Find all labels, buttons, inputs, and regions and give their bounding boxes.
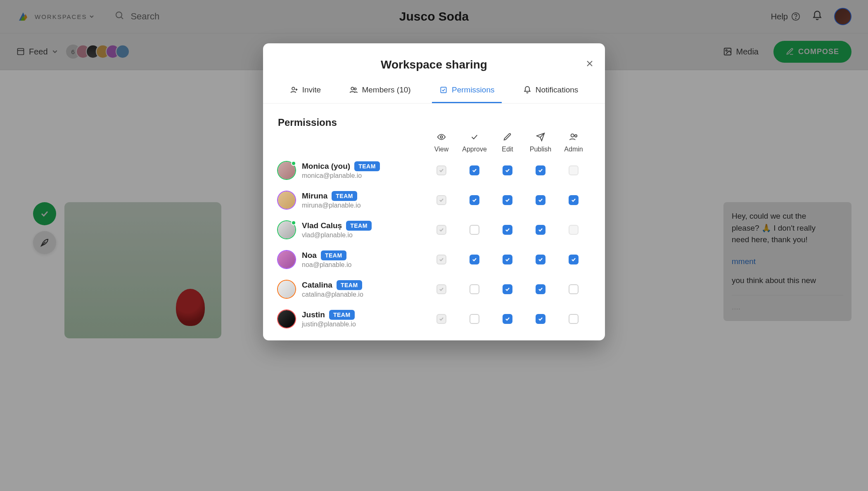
member-avatar[interactable] (278, 310, 295, 328)
member-row: Catalina TEAM catalina@planable.io (263, 274, 605, 304)
member-row: Vlad Caluș TEAM vlad@planable.io (263, 215, 605, 245)
member-row: Miruna TEAM miruna@planable.io (263, 185, 605, 215)
member-info: Monica (you) TEAM monica@planable.io (278, 161, 425, 179)
online-indicator (291, 161, 296, 166)
member-email: catalina@planable.io (302, 291, 363, 298)
notifications-icon (523, 86, 531, 94)
section-title: Permissions (263, 104, 605, 132)
member-name: Justin (302, 310, 325, 319)
permission-checkbox[interactable] (536, 165, 545, 175)
permission-checkbox[interactable] (536, 314, 545, 324)
permission-checkbox[interactable] (503, 255, 512, 264)
member-name: Miruna (302, 191, 327, 201)
workspace-sharing-modal: Workspace sharing Invite Members (10) (263, 43, 605, 340)
permission-checkbox (436, 255, 446, 264)
permission-checkbox[interactable] (569, 284, 579, 294)
permission-checkbox[interactable] (569, 195, 579, 205)
member-info: Justin TEAM justin@planable.io (278, 310, 425, 328)
tab-notifications[interactable]: Notifications (516, 80, 586, 103)
permission-checkbox[interactable] (503, 284, 512, 294)
permission-checkbox[interactable] (470, 314, 479, 324)
member-name: Vlad Caluș (302, 221, 342, 230)
permission-checkbox[interactable] (503, 225, 512, 235)
member-row: Noa TEAM noa@planable.io (263, 245, 605, 274)
svg-point-16 (351, 87, 354, 90)
close-icon (586, 60, 593, 67)
team-badge: TEAM (354, 161, 380, 171)
permission-checkbox[interactable] (569, 314, 579, 324)
col-approve: Approve (458, 132, 491, 153)
member-email: noa@planable.io (302, 261, 351, 269)
team-badge: TEAM (346, 221, 372, 231)
eye-icon (437, 132, 446, 143)
permission-checkbox[interactable] (536, 284, 545, 294)
svg-point-21 (575, 135, 577, 137)
tab-members-label: Members (10) (362, 85, 410, 94)
permission-checkbox[interactable] (470, 195, 479, 205)
admin-icon (569, 132, 578, 143)
modal-header: Workspace sharing (263, 43, 605, 80)
team-badge: TEAM (337, 280, 362, 290)
member-name: Catalina (302, 281, 332, 290)
check-icon (470, 132, 479, 143)
tab-invite-label: Invite (302, 85, 321, 94)
permission-checkbox[interactable] (536, 255, 545, 264)
online-indicator (291, 220, 296, 225)
permission-checkbox (569, 225, 579, 235)
svg-point-15 (292, 87, 295, 90)
svg-rect-18 (441, 87, 446, 92)
permission-checkbox[interactable] (503, 195, 512, 205)
tab-permissions[interactable]: Permissions (432, 80, 502, 103)
permission-checkbox (436, 165, 446, 175)
modal-title: Workspace sharing (275, 58, 593, 71)
team-badge: TEAM (332, 191, 357, 201)
member-name: Monica (you) (302, 162, 350, 171)
member-avatar[interactable] (278, 281, 295, 298)
member-row: Justin TEAM justin@planable.io (263, 304, 605, 334)
col-edit: Edit (491, 132, 524, 153)
svg-point-17 (354, 88, 356, 90)
permission-checkbox[interactable] (536, 195, 545, 205)
col-view: View (425, 132, 458, 153)
permission-checkbox[interactable] (503, 165, 512, 175)
member-avatar[interactable] (278, 162, 295, 179)
permissions-header: View Approve Edit Publish Admin (263, 132, 605, 156)
permission-checkbox[interactable] (470, 165, 479, 175)
permission-checkbox[interactable] (569, 255, 579, 264)
member-email: monica@planable.io (302, 172, 380, 179)
team-badge: TEAM (321, 250, 346, 260)
permission-checkbox (436, 225, 446, 235)
member-email: miruna@planable.io (302, 202, 361, 209)
member-avatar[interactable] (278, 221, 295, 238)
member-info: Noa TEAM noa@planable.io (278, 250, 425, 269)
permission-checkbox[interactable] (470, 255, 479, 264)
permissions-icon (439, 86, 448, 94)
permission-checkbox[interactable] (536, 225, 545, 235)
tab-invite[interactable]: Invite (282, 80, 328, 103)
member-email: justin@planable.io (302, 321, 356, 328)
permission-checkbox[interactable] (503, 314, 512, 324)
permission-checkbox (569, 165, 579, 175)
tab-permissions-label: Permissions (452, 85, 494, 94)
member-row: Monica (you) TEAM monica@planable.io (263, 156, 605, 185)
tab-members[interactable]: Members (10) (342, 80, 418, 103)
member-info: Miruna TEAM miruna@planable.io (278, 191, 425, 209)
team-badge: TEAM (329, 310, 355, 320)
permission-checkbox[interactable] (470, 284, 479, 294)
member-info: Vlad Caluș TEAM vlad@planable.io (278, 221, 425, 239)
svg-point-19 (440, 136, 443, 138)
permission-checkbox (436, 195, 446, 205)
member-email: vlad@planable.io (302, 231, 372, 239)
col-publish: Publish (524, 132, 557, 153)
member-avatar[interactable] (278, 251, 295, 268)
member-name: Noa (302, 251, 317, 260)
modal-tabs: Invite Members (10) Permissions Notifica… (263, 80, 605, 104)
close-button[interactable] (586, 60, 593, 69)
invite-icon (290, 86, 298, 94)
permission-checkbox (436, 314, 446, 324)
permission-checkbox[interactable] (470, 225, 479, 235)
send-icon (536, 132, 545, 143)
modal-overlay[interactable]: Workspace sharing Invite Members (10) (0, 0, 868, 491)
member-avatar[interactable] (278, 191, 295, 209)
members-list: Monica (you) TEAM monica@planable.io Mir… (263, 156, 605, 334)
